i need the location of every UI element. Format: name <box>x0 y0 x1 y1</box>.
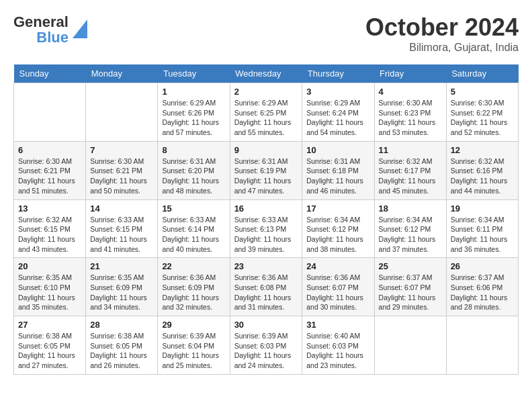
calendar-week-row: 6Sunrise: 6:30 AMSunset: 6:21 PMDaylight… <box>14 141 519 199</box>
day-number: 22 <box>162 261 225 271</box>
calendar-cell: 1Sunrise: 6:29 AMSunset: 6:26 PMDaylight… <box>158 83 230 142</box>
calendar-cell: 3Sunrise: 6:29 AMSunset: 6:24 PMDaylight… <box>302 83 374 142</box>
day-number: 9 <box>234 145 298 155</box>
day-info: Sunrise: 6:29 AMSunset: 6:26 PMDaylight:… <box>162 98 225 138</box>
calendar-cell: 9Sunrise: 6:31 AMSunset: 6:19 PMDaylight… <box>230 141 302 199</box>
day-number: 14 <box>90 203 153 214</box>
location: Bilimora, Gujarat, India <box>365 42 519 54</box>
month-title: October 2024 <box>365 13 519 42</box>
calendar-week-row: 27Sunrise: 6:38 AMSunset: 6:05 PMDayligh… <box>14 316 519 375</box>
svg-marker-0 <box>73 19 87 38</box>
day-info: Sunrise: 6:36 AMSunset: 6:07 PMDaylight:… <box>306 273 369 312</box>
calendar-cell: 20Sunrise: 6:35 AMSunset: 6:10 PMDayligh… <box>14 258 86 316</box>
day-info: Sunrise: 6:38 AMSunset: 6:05 PMDaylight:… <box>90 331 153 371</box>
calendar-cell: 4Sunrise: 6:30 AMSunset: 6:23 PMDaylight… <box>374 83 446 142</box>
day-info: Sunrise: 6:33 AMSunset: 6:15 PMDaylight:… <box>90 215 153 255</box>
weekday-header-friday: Friday <box>374 64 446 83</box>
calendar-cell: 11Sunrise: 6:32 AMSunset: 6:17 PMDayligh… <box>374 141 446 199</box>
calendar-cell: 15Sunrise: 6:33 AMSunset: 6:14 PMDayligh… <box>158 199 230 258</box>
weekday-header-sunday: Sunday <box>14 64 86 83</box>
day-info: Sunrise: 6:31 AMSunset: 6:18 PMDaylight:… <box>306 156 369 196</box>
day-number: 25 <box>379 261 442 271</box>
day-info: Sunrise: 6:31 AMSunset: 6:20 PMDaylight:… <box>162 156 225 196</box>
calendar-cell: 22Sunrise: 6:36 AMSunset: 6:09 PMDayligh… <box>158 258 230 316</box>
day-info: Sunrise: 6:39 AMSunset: 6:03 PMDaylight:… <box>234 331 298 371</box>
day-info: Sunrise: 6:37 AMSunset: 6:07 PMDaylight:… <box>379 273 442 312</box>
day-info: Sunrise: 6:30 AMSunset: 6:23 PMDaylight:… <box>379 98 442 138</box>
day-number: 1 <box>162 87 225 97</box>
calendar-cell: 30Sunrise: 6:39 AMSunset: 6:03 PMDayligh… <box>230 316 302 375</box>
day-number: 24 <box>306 261 369 271</box>
day-number: 28 <box>90 320 153 330</box>
day-number: 7 <box>90 145 153 155</box>
calendar-cell <box>374 316 446 375</box>
weekday-header-monday: Monday <box>86 64 158 83</box>
calendar-cell: 29Sunrise: 6:39 AMSunset: 6:04 PMDayligh… <box>158 316 230 375</box>
calendar-cell: 8Sunrise: 6:31 AMSunset: 6:20 PMDaylight… <box>158 141 230 199</box>
calendar-cell: 19Sunrise: 6:34 AMSunset: 6:11 PMDayligh… <box>446 199 518 258</box>
day-number: 8 <box>162 145 225 155</box>
day-info: Sunrise: 6:40 AMSunset: 6:03 PMDaylight:… <box>306 331 369 371</box>
calendar-cell: 26Sunrise: 6:37 AMSunset: 6:06 PMDayligh… <box>446 258 518 316</box>
calendar-cell: 10Sunrise: 6:31 AMSunset: 6:18 PMDayligh… <box>302 141 374 199</box>
day-number: 4 <box>379 87 442 97</box>
calendar-table: SundayMondayTuesdayWednesdayThursdayFrid… <box>13 64 519 375</box>
calendar-cell: 31Sunrise: 6:40 AMSunset: 6:03 PMDayligh… <box>302 316 374 375</box>
calendar-cell: 5Sunrise: 6:30 AMSunset: 6:22 PMDaylight… <box>446 83 518 142</box>
calendar-cell: 17Sunrise: 6:34 AMSunset: 6:12 PMDayligh… <box>302 199 374 258</box>
weekday-header-thursday: Thursday <box>302 64 374 83</box>
day-info: Sunrise: 6:34 AMSunset: 6:12 PMDaylight:… <box>379 215 442 255</box>
calendar-cell: 16Sunrise: 6:33 AMSunset: 6:13 PMDayligh… <box>230 199 302 258</box>
day-info: Sunrise: 6:39 AMSunset: 6:04 PMDaylight:… <box>162 331 225 371</box>
day-info: Sunrise: 6:29 AMSunset: 6:25 PMDaylight:… <box>234 98 298 138</box>
calendar-cell: 24Sunrise: 6:36 AMSunset: 6:07 PMDayligh… <box>302 258 374 316</box>
day-number: 21 <box>90 261 153 271</box>
calendar-cell: 27Sunrise: 6:38 AMSunset: 6:05 PMDayligh… <box>14 316 86 375</box>
day-number: 12 <box>451 145 514 155</box>
day-number: 13 <box>18 203 81 214</box>
calendar-cell: 21Sunrise: 6:35 AMSunset: 6:09 PMDayligh… <box>86 258 158 316</box>
day-info: Sunrise: 6:31 AMSunset: 6:19 PMDaylight:… <box>234 156 298 196</box>
calendar-cell <box>86 83 158 142</box>
day-info: Sunrise: 6:35 AMSunset: 6:10 PMDaylight:… <box>18 273 81 312</box>
calendar-cell: 14Sunrise: 6:33 AMSunset: 6:15 PMDayligh… <box>86 199 158 258</box>
calendar-cell <box>14 83 86 142</box>
day-info: Sunrise: 6:32 AMSunset: 6:17 PMDaylight:… <box>379 156 442 196</box>
calendar-cell: 12Sunrise: 6:32 AMSunset: 6:16 PMDayligh… <box>446 141 518 199</box>
calendar-week-row: 1Sunrise: 6:29 AMSunset: 6:26 PMDaylight… <box>14 83 519 142</box>
day-number: 5 <box>451 87 514 97</box>
day-info: Sunrise: 6:38 AMSunset: 6:05 PMDaylight:… <box>18 331 81 371</box>
day-number: 27 <box>18 320 81 330</box>
day-number: 19 <box>451 203 514 214</box>
page-header: General Blue October 2024 Bilimora, Guja… <box>13 13 519 54</box>
calendar-week-row: 13Sunrise: 6:32 AMSunset: 6:15 PMDayligh… <box>14 199 519 258</box>
calendar-header-row: SundayMondayTuesdayWednesdayThursdayFrid… <box>14 64 519 83</box>
calendar-cell: 7Sunrise: 6:30 AMSunset: 6:21 PMDaylight… <box>86 141 158 199</box>
day-number: 17 <box>306 203 369 214</box>
logo-blue: Blue <box>36 31 69 44</box>
calendar-week-row: 20Sunrise: 6:35 AMSunset: 6:10 PMDayligh… <box>14 258 519 316</box>
day-number: 10 <box>306 145 369 155</box>
calendar-cell: 25Sunrise: 6:37 AMSunset: 6:07 PMDayligh… <box>374 258 446 316</box>
day-info: Sunrise: 6:30 AMSunset: 6:21 PMDaylight:… <box>18 156 81 196</box>
day-info: Sunrise: 6:34 AMSunset: 6:12 PMDaylight:… <box>306 215 369 255</box>
day-info: Sunrise: 6:35 AMSunset: 6:09 PMDaylight:… <box>90 273 153 312</box>
day-number: 20 <box>18 261 81 271</box>
calendar-cell: 23Sunrise: 6:36 AMSunset: 6:08 PMDayligh… <box>230 258 302 316</box>
day-info: Sunrise: 6:36 AMSunset: 6:09 PMDaylight:… <box>162 273 225 312</box>
day-number: 29 <box>162 320 225 330</box>
calendar-cell: 18Sunrise: 6:34 AMSunset: 6:12 PMDayligh… <box>374 199 446 258</box>
day-number: 3 <box>306 87 369 97</box>
day-number: 31 <box>306 320 369 330</box>
calendar-cell: 6Sunrise: 6:30 AMSunset: 6:21 PMDaylight… <box>14 141 86 199</box>
day-info: Sunrise: 6:32 AMSunset: 6:15 PMDaylight:… <box>18 215 81 255</box>
calendar-cell: 28Sunrise: 6:38 AMSunset: 6:05 PMDayligh… <box>86 316 158 375</box>
day-info: Sunrise: 6:34 AMSunset: 6:11 PMDaylight:… <box>451 215 514 255</box>
day-info: Sunrise: 6:30 AMSunset: 6:22 PMDaylight:… <box>451 98 514 138</box>
day-info: Sunrise: 6:32 AMSunset: 6:16 PMDaylight:… <box>451 156 514 196</box>
day-info: Sunrise: 6:33 AMSunset: 6:14 PMDaylight:… <box>162 215 225 255</box>
day-number: 26 <box>451 261 514 271</box>
weekday-header-saturday: Saturday <box>446 64 518 83</box>
day-number: 2 <box>234 87 298 97</box>
day-number: 30 <box>234 320 298 330</box>
